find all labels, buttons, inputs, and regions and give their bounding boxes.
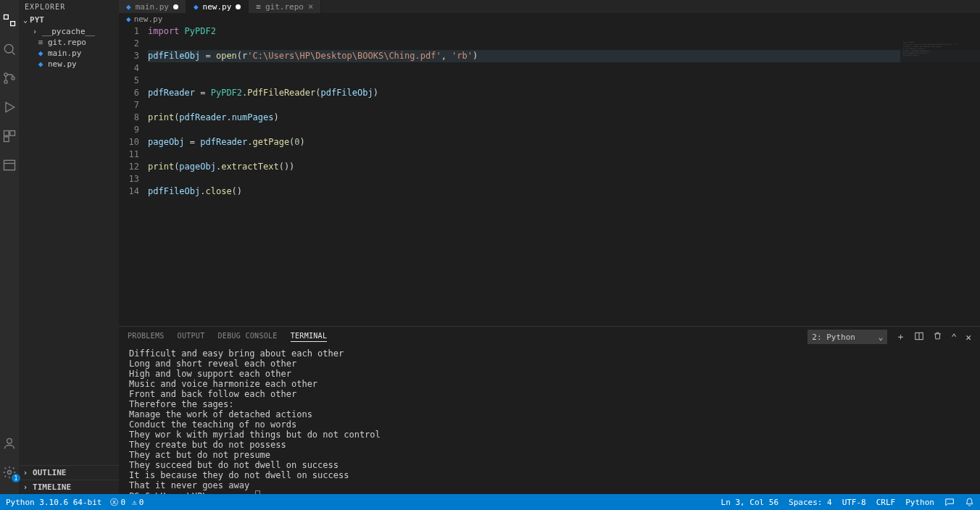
settings-activity-icon[interactable]: 1 [1, 464, 18, 481]
tree-item-label: git.repo [48, 38, 86, 47]
editor-tab[interactable]: ◆main.py [119, 0, 186, 13]
status-lang[interactable]: Python [905, 498, 934, 507]
svg-rect-8 [10, 131, 15, 136]
accounts-activity-icon[interactable] [1, 435, 18, 452]
outline-label: OUTLINE [33, 468, 66, 477]
gutter: 1234567891011121314 [119, 25, 148, 326]
explorer-activity-icon[interactable] [1, 12, 18, 29]
kill-terminal-icon[interactable] [933, 331, 942, 343]
svg-point-12 [8, 471, 12, 475]
file-icon: ≡ [36, 38, 45, 47]
chevron-right-icon: › [23, 469, 28, 477]
svg-point-11 [7, 438, 12, 443]
status-errors[interactable]: ⓧ 0 ⚠ 0 [110, 497, 144, 508]
status-python[interactable]: Python 3.10.6 64-bit [6, 498, 101, 507]
scm-activity-icon[interactable] [1, 70, 18, 87]
status-eol[interactable]: CRLF [876, 498, 896, 507]
folder-header[interactable]: ⌄ PYT [19, 14, 119, 26]
svg-rect-7 [4, 131, 9, 136]
terminal-selector[interactable]: 2: Python ⌄ [807, 330, 887, 344]
file-icon: ◆ [126, 2, 131, 12]
panel-tab-output[interactable]: OUTPUT [178, 332, 205, 342]
code-editor[interactable]: 1234567891011121314 import PyPDF2pdfFile… [119, 25, 980, 326]
tab-bar: ◆main.py◆new.py≡git.repo× [119, 0, 980, 13]
explorer-title: EXPLORER [19, 0, 119, 14]
tree-file[interactable]: ◆new.py [19, 59, 119, 70]
editor-tab[interactable]: ≡git.repo× [249, 0, 321, 13]
breadcrumb-file: new.py [134, 14, 163, 24]
python-file-icon: ◆ [36, 49, 45, 58]
timeline-label: TIMELINE [33, 482, 71, 492]
file-icon: ≡ [256, 2, 261, 12]
status-bar: Python 3.10.6 64-bit ⓧ 0 ⚠ 0 Ln 3, Col 5… [0, 494, 980, 510]
panel-tab-terminal[interactable]: TERMINAL [291, 332, 328, 342]
status-encoding[interactable]: UTF-8 [842, 498, 866, 507]
tab-label: main.py [136, 2, 169, 12]
breadcrumb[interactable]: ◆ new.py [119, 13, 980, 25]
timeline-section[interactable]: › TIMELINE [19, 480, 119, 494]
dirty-indicator-icon [236, 4, 241, 9]
split-terminal-icon[interactable] [914, 331, 924, 343]
status-feedback-icon[interactable] [944, 497, 955, 507]
outline-section[interactable]: › OUTLINE [19, 465, 119, 480]
status-bell-icon[interactable] [965, 498, 974, 507]
svg-point-2 [4, 44, 13, 53]
maximize-panel-icon[interactable]: ⌃ [951, 332, 957, 343]
svg-point-3 [4, 73, 7, 76]
activity-bar: 1 [0, 0, 19, 494]
chevron-down-icon: ⌄ [23, 16, 28, 24]
tree-file[interactable]: ◆main.py [19, 48, 119, 59]
status-spaces[interactable]: Spaces: 4 [789, 498, 832, 507]
tree-item-label: new.py [48, 59, 77, 69]
bottom-panel: PROBLEMSOUTPUTDEBUG CONSOLETERMINAL 2: P… [119, 326, 980, 494]
layout-activity-icon[interactable] [1, 156, 18, 174]
svg-rect-0 [4, 15, 9, 20]
svg-marker-6 [6, 102, 14, 112]
editor-tab[interactable]: ◆new.py [186, 0, 249, 13]
minimap[interactable]: import PyPDF2pdfFileObj = open(r'C:\User… [900, 38, 980, 183]
editor-area: ◆main.py◆new.py≡git.repo× ◆ new.py 12345… [119, 0, 980, 494]
dirty-indicator-icon [173, 4, 178, 9]
tree-item-label: main.py [48, 49, 81, 58]
settings-badge: 1 [12, 474, 20, 482]
panel-tab-problems[interactable]: PROBLEMS [128, 332, 165, 342]
tree-file[interactable]: ≡git.repo [19, 37, 119, 48]
svg-rect-9 [4, 137, 9, 142]
svg-point-4 [4, 80, 7, 83]
chevron-right-icon: › [23, 483, 28, 491]
close-tab-icon[interactable]: × [308, 1, 313, 12]
code-content[interactable]: import PyPDF2pdfFileObj = open(r'C:\User… [148, 25, 980, 326]
close-panel-icon[interactable]: ✕ [966, 332, 971, 343]
explorer-sidebar: EXPLORER ⌄ PYT ›__pycache__≡git.repo◆mai… [19, 0, 119, 494]
folder-name: PYT [30, 15, 44, 25]
search-activity-icon[interactable] [1, 41, 18, 58]
panel-tabs: PROBLEMSOUTPUTDEBUG CONSOLETERMINAL 2: P… [119, 327, 980, 347]
tab-label: git.repo [265, 2, 304, 12]
terminal-selector-label: 2: Python [812, 333, 855, 342]
new-terminal-icon[interactable]: ＋ [896, 330, 905, 343]
file-icon: ◆ [194, 2, 199, 12]
tab-label: new.py [203, 2, 232, 12]
panel-tab-debug-console[interactable]: DEBUG CONSOLE [218, 332, 278, 342]
svg-rect-1 [11, 22, 15, 26]
terminal-output[interactable]: Difficult and easy bring about each othe… [119, 347, 980, 494]
tree-item-label: __pycache__ [42, 27, 95, 36]
chevron-right-icon: › [30, 28, 39, 36]
svg-rect-10 [4, 160, 15, 170]
status-lncol[interactable]: Ln 3, Col 56 [721, 498, 778, 507]
file-tree: ›__pycache__≡git.repo◆main.py◆new.py [19, 26, 119, 70]
warning-icon: ⚠ [132, 498, 137, 507]
tree-folder[interactable]: ›__pycache__ [19, 26, 119, 37]
extensions-activity-icon[interactable] [1, 128, 18, 145]
python-file-icon: ◆ [36, 60, 45, 69]
chevron-down-icon: ⌄ [879, 333, 884, 342]
error-icon: ⓧ [110, 497, 118, 508]
debug-activity-icon[interactable] [1, 99, 18, 116]
